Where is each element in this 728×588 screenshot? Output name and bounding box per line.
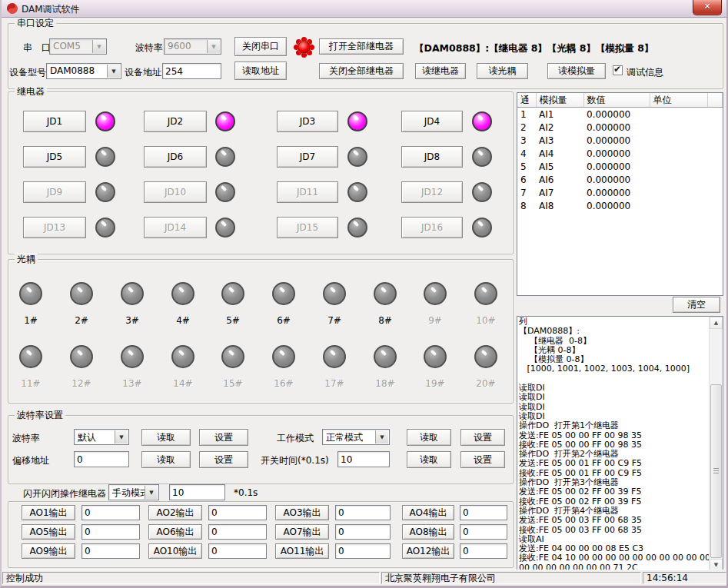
opto-label-16: 16# [258,378,309,389]
relay-button-jd13[interactable]: JD13 [23,217,86,238]
chevron-down-icon[interactable]: ▼ [115,430,128,443]
relay-button-jd12[interactable]: JD12 [401,181,463,203]
relay-button-jd10[interactable]: JD10 [144,181,207,203]
ao5-value-input[interactable] [81,524,140,540]
ao9-output-button[interactable]: AO9输出 [22,543,75,559]
ao9-value-input[interactable] [81,543,140,559]
relay-button-jd11[interactable]: JD11 [277,181,338,203]
flash-mode-combo[interactable]: 手动模式 ▼ [108,484,159,500]
ao2-output-button[interactable]: AO2输出 [148,505,202,520]
switch-time-set-button[interactable]: 设置 [460,451,505,468]
chevron-down-icon[interactable]: ▼ [145,486,158,499]
read-analog-button[interactable]: 读模拟量 [547,63,606,79]
ao7-output-button[interactable]: AO7输出 [275,524,329,540]
ao6-value-input[interactable] [208,524,267,540]
ao4-value-input[interactable] [460,505,507,520]
chevron-down-icon[interactable]: ▼ [92,40,105,53]
ao1-output-button[interactable]: AO1输出 [22,505,75,520]
offset-set-button[interactable]: 设置 [199,451,248,468]
relay-led-jd6 [215,147,235,167]
ao10-value-input[interactable] [208,543,267,559]
table-row: 5AI50.000000 [517,160,723,173]
ao7-value-input[interactable] [335,524,391,540]
close-icon: ✕ [703,2,710,12]
clear-log-button[interactable]: 清空 [673,297,720,313]
col-channel[interactable]: 通 [517,93,536,108]
cell-ch: 1 [517,108,536,121]
ao11-value-input[interactable] [335,543,391,559]
switch-time-input[interactable] [337,451,390,467]
relay-led-jd11 [347,182,367,202]
work-mode-read-button[interactable]: 读取 [407,429,451,446]
col-extra[interactable] [707,93,723,108]
scrollbar-thumb[interactable] [710,384,722,558]
ao5-output-button[interactable]: AO5输出 [22,524,75,540]
scroll-up-button[interactable]: ▲ [710,317,723,329]
read-relay-button[interactable]: 读继电器 [415,63,466,79]
offset-address-input[interactable] [74,451,129,467]
ao3-output-button[interactable]: AO3输出 [275,505,329,520]
opto-label-2: 2# [56,315,107,326]
ao3-value-input[interactable] [335,505,391,520]
opto-led-9 [424,282,447,305]
cell-name: AI8 [536,199,583,212]
col-value[interactable]: 数值 [583,93,650,108]
relay-button-jd3[interactable]: JD3 [277,111,338,132]
switch-time-read-button[interactable]: 读取 [407,451,451,468]
opto-led-1 [19,282,42,305]
ao12-output-button[interactable]: AO12输出 [402,543,454,559]
ao1-value-input[interactable] [81,505,140,520]
relay-button-jd14[interactable]: JD14 [144,217,207,238]
work-mode-value: 正常模式 [326,431,363,444]
log-scrollbar[interactable]: ▲ ▼ [709,317,723,571]
close-button[interactable]: ✕ [693,0,722,15]
debug-info-checkbox[interactable] [613,65,623,75]
ao4-output-button[interactable]: AO4输出 [402,505,454,520]
read-opto-button[interactable]: 读光耦 [477,63,528,79]
opto-label-1: 1# [5,315,56,326]
close-serial-button[interactable]: 关闭串口 [234,37,287,56]
work-mode-set-button[interactable]: 设置 [460,429,505,446]
relay-button-jd1[interactable]: JD1 [23,111,86,132]
ao8-value-input[interactable] [460,524,507,540]
chevron-down-icon[interactable]: ▼ [107,65,120,78]
baud-read-button[interactable]: 读取 [141,429,191,446]
serial-port-combo[interactable]: COM5 ▼ [49,38,107,55]
relay-button-jd15[interactable]: JD15 [277,217,338,238]
chevron-down-icon[interactable]: ▼ [375,430,388,443]
flash-time-input[interactable] [169,484,225,500]
open-all-relays-button[interactable]: 打开全部继电器 [319,38,404,55]
baud-set-combo[interactable]: 默认 ▼ [74,429,129,445]
relay-led-jd14 [215,218,235,238]
close-all-relays-button[interactable]: 关闭全部继电器 [319,63,404,79]
ao6-output-button[interactable]: AO6输出 [148,524,202,540]
relay-button-jd8[interactable]: JD8 [401,146,463,168]
flash-time-unit-label: *0.1s [234,487,258,498]
baud-combo[interactable]: 9600 ▼ [164,38,221,55]
offset-read-button[interactable]: 读取 [141,451,191,468]
read-address-button[interactable]: 读取地址 [234,61,287,80]
relay-button-jd6[interactable]: JD6 [144,146,207,168]
device-address-input[interactable] [162,63,221,79]
device-model-combo[interactable]: DAM0888 ▼ [46,63,121,79]
relay-button-jd5[interactable]: JD5 [23,146,86,168]
ao12-value-input[interactable] [460,543,507,559]
relay-button-jd9[interactable]: JD9 [23,181,86,203]
baud-set-button[interactable]: 设置 [199,429,248,446]
opto-led-6 [272,282,295,305]
relay-button-jd4[interactable]: JD4 [401,111,463,132]
ao10-output-button[interactable]: AO10输出 [148,543,202,559]
relay-button-jd2[interactable]: JD2 [144,111,207,132]
col-analog[interactable]: 模拟量 [536,93,583,108]
chevron-down-icon[interactable]: ▼ [207,40,220,53]
relay-group-title: 继电器 [15,86,47,97]
ao2-value-input[interactable] [208,505,267,520]
work-mode-combo[interactable]: 正常模式 ▼ [322,429,390,445]
relay-button-jd16[interactable]: JD16 [401,217,463,238]
col-unit[interactable]: 单位 [650,93,707,108]
ao8-output-button[interactable]: AO8输出 [402,524,454,540]
relay-button-jd7[interactable]: JD7 [277,146,338,168]
baud-settings-group: 波特率设置 [8,415,514,484]
ao11-output-button[interactable]: AO11输出 [275,543,329,559]
opto-label-20: 20# [460,378,511,389]
